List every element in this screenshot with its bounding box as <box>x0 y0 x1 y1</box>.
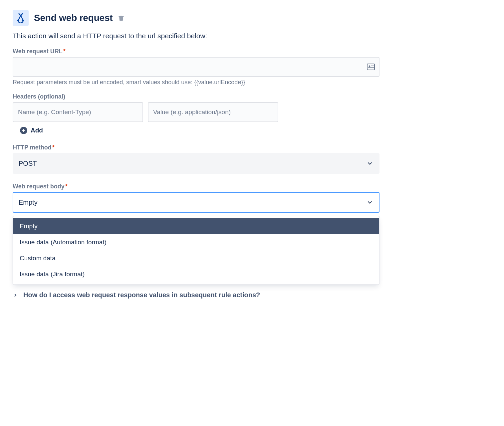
header-name-input[interactable] <box>13 102 143 122</box>
required-marker: * <box>52 144 55 151</box>
response-help-expander[interactable]: How do I access web request response val… <box>13 291 379 299</box>
http-method-select[interactable]: POST <box>13 153 379 174</box>
smart-values-icon[interactable] <box>367 64 375 70</box>
delete-icon[interactable] <box>118 15 125 21</box>
chevron-down-icon <box>366 199 374 206</box>
headers-row <box>13 102 379 122</box>
url-label: Web request URL* <box>13 48 379 55</box>
url-input[interactable] <box>13 57 379 77</box>
request-body-value: Empty <box>19 199 38 206</box>
http-method-value: POST <box>19 160 37 167</box>
page-title: Send web request <box>34 13 113 23</box>
panel-header: Send web request <box>13 10 379 26</box>
webhook-icon <box>13 10 29 26</box>
body-label: Web request body* <box>13 183 379 190</box>
chevron-right-icon <box>13 293 18 298</box>
url-helper-text: Request parameters must be url encoded, … <box>13 79 379 86</box>
svg-point-4 <box>369 66 371 67</box>
headers-label: Headers (optional) <box>13 93 379 100</box>
add-header-button[interactable]: + Add <box>20 127 379 134</box>
dropdown-option[interactable]: Empty <box>13 218 379 234</box>
request-body-dropdown: Empty Issue data (Automation format) Cus… <box>13 216 379 285</box>
required-marker: * <box>65 183 68 190</box>
dropdown-option[interactable]: Custom data <box>13 250 379 266</box>
plus-icon: + <box>20 127 27 134</box>
svg-rect-6 <box>371 67 374 68</box>
panel-description: This action will send a HTTP request to … <box>13 32 379 40</box>
url-input-wrap <box>13 57 379 77</box>
expander-label: How do I access web request response val… <box>23 291 260 299</box>
request-body-select[interactable]: Empty <box>13 192 379 213</box>
add-label: Add <box>31 127 43 134</box>
method-label: HTTP method* <box>13 144 379 151</box>
header-value-input[interactable] <box>148 102 278 122</box>
required-marker: * <box>63 48 66 55</box>
svg-rect-5 <box>371 66 374 66</box>
dropdown-option[interactable]: Issue data (Jira format) <box>13 266 379 282</box>
dropdown-option[interactable]: Issue data (Automation format) <box>13 234 379 250</box>
chevron-down-icon <box>366 160 374 167</box>
